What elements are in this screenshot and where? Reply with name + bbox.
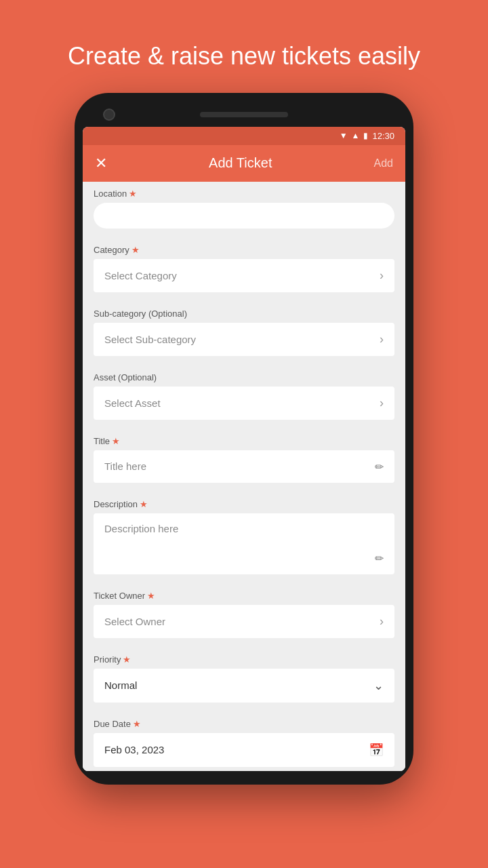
battery-icon: ▮ xyxy=(363,131,368,140)
location-input[interactable] xyxy=(94,203,394,229)
subcategory-section: Sub-category (Optional) Select Sub-categ… xyxy=(83,302,405,360)
app-bar: ✕ Add Ticket Add xyxy=(83,145,405,182)
title-edit-icon: ✏ xyxy=(375,460,384,473)
divider-3 xyxy=(83,360,405,366)
phone-container: ▼ ▲ ▮ 12:30 ✕ Add Ticket Add xyxy=(75,93,413,785)
due-date-value: Feb 03, 2023 xyxy=(104,744,164,755)
priority-value: Normal xyxy=(104,679,137,691)
divider-5 xyxy=(83,487,405,492)
page-wrapper: Create & raise new tickets easily ▼ ▲ ▮ … xyxy=(0,0,488,868)
app-bar-title: Add Ticket xyxy=(209,155,272,171)
description-placeholder: Description here xyxy=(104,523,384,534)
title-section: Title ★ Title here ✏ xyxy=(83,429,405,487)
asset-label: Asset (Optional) xyxy=(94,372,394,382)
title-input[interactable]: Title here ✏ xyxy=(94,450,394,483)
subcategory-label: Sub-category (Optional) xyxy=(94,309,394,319)
asset-chevron-icon: › xyxy=(380,396,384,410)
owner-placeholder: Select Owner xyxy=(104,616,165,627)
owner-label: Ticket Owner ★ xyxy=(94,591,394,601)
description-edit-icon: ✏ xyxy=(375,552,384,565)
wifi-icon: ▼ xyxy=(340,131,348,140)
phone-speaker xyxy=(200,112,288,117)
priority-chevron-icon: ⌄ xyxy=(373,678,384,693)
phone-camera-icon xyxy=(103,108,115,121)
description-label: Description ★ xyxy=(94,499,394,509)
owner-section: Ticket Owner ★ Select Owner › xyxy=(83,584,405,642)
status-icons: ▼ ▲ ▮ 12:30 xyxy=(340,131,394,141)
form-scroll: Location ★ Category ★ Select Cate xyxy=(83,182,405,771)
priority-section: Priority ★ Normal ⌄ xyxy=(83,648,405,707)
subcategory-chevron-icon: › xyxy=(380,332,384,347)
asset-section: Asset (Optional) Select Asset › xyxy=(83,366,405,424)
due-date-required: ★ xyxy=(133,719,141,729)
location-label: Location ★ xyxy=(94,189,394,199)
location-section: Location ★ xyxy=(83,182,405,233)
close-button[interactable]: ✕ xyxy=(95,155,107,172)
divider-8 xyxy=(83,707,405,712)
title-label: Title ★ xyxy=(94,436,394,446)
category-chevron-icon: › xyxy=(380,269,384,283)
category-placeholder: Select Category xyxy=(104,270,177,281)
description-required: ★ xyxy=(140,499,148,509)
priority-input[interactable]: Normal ⌄ xyxy=(94,669,394,703)
owner-input[interactable]: Select Owner › xyxy=(94,605,394,638)
asset-placeholder: Select Asset xyxy=(104,397,161,409)
title-required: ★ xyxy=(112,436,120,446)
due-date-label: Due Date ★ xyxy=(94,719,394,729)
calendar-icon: 📅 xyxy=(369,743,384,757)
owner-chevron-icon: › xyxy=(380,614,384,629)
title-placeholder: Title here xyxy=(104,460,146,472)
phone-screen: ▼ ▲ ▮ 12:30 ✕ Add Ticket Add xyxy=(83,127,405,771)
status-time: 12:30 xyxy=(372,131,394,141)
status-bar: ▼ ▲ ▮ 12:30 xyxy=(83,127,405,145)
divider-2 xyxy=(83,296,405,302)
category-section: Category ★ Select Category › xyxy=(83,238,405,296)
divider-4 xyxy=(83,424,405,429)
add-button[interactable]: Add xyxy=(374,157,393,170)
category-label: Category ★ xyxy=(94,245,394,255)
subcategory-input[interactable]: Select Sub-category › xyxy=(94,323,394,356)
subcategory-placeholder: Select Sub-category xyxy=(104,334,196,345)
owner-required: ★ xyxy=(147,591,155,601)
hero-text: Create & raise new tickets easily xyxy=(0,0,488,93)
phone-shell: ▼ ▲ ▮ 12:30 ✕ Add Ticket Add xyxy=(75,93,413,785)
divider-1 xyxy=(83,233,405,238)
category-required: ★ xyxy=(131,245,140,255)
asset-input[interactable]: Select Asset › xyxy=(94,387,394,420)
due-date-input[interactable]: Feb 03, 2023 📅 xyxy=(94,733,394,767)
priority-required: ★ xyxy=(123,654,131,665)
due-date-section: Due Date ★ Feb 03, 2023 📅 xyxy=(83,712,405,771)
description-section: Description ★ Description here ✏ xyxy=(83,492,405,578)
description-input[interactable]: Description here ✏ xyxy=(94,513,394,574)
divider-7 xyxy=(83,642,405,648)
category-input[interactable]: Select Category › xyxy=(94,259,394,292)
divider-6 xyxy=(83,578,405,584)
signal-icon: ▲ xyxy=(352,131,360,140)
location-required: ★ xyxy=(129,189,137,199)
phone-top-bar xyxy=(83,106,405,127)
priority-label: Priority ★ xyxy=(94,654,394,665)
